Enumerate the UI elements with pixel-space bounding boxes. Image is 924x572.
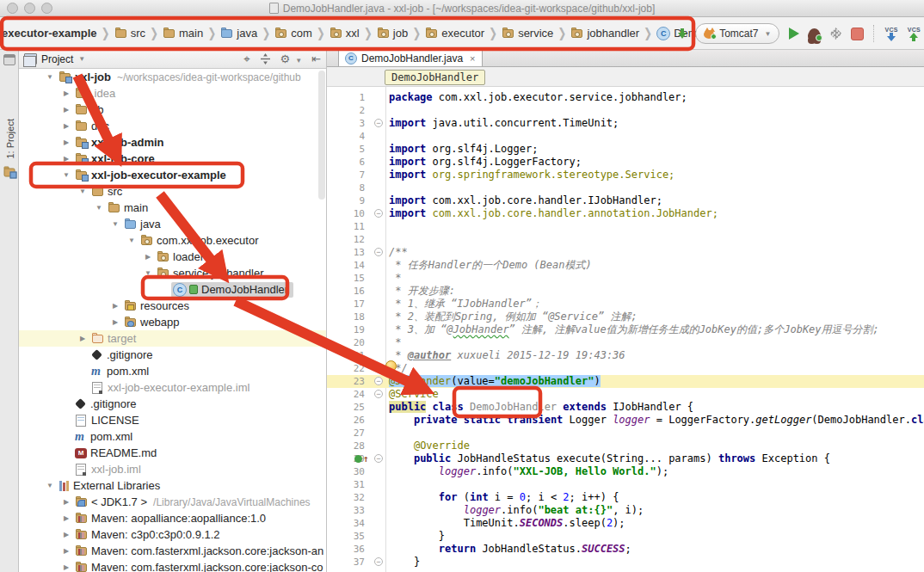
code-line-34[interactable]: 34 TimeUnit.SECONDS.sleep(2);: [327, 517, 924, 530]
code-line-13[interactable]: 13−/**: [327, 246, 924, 259]
code-line-37[interactable]: 37− }: [327, 556, 924, 569]
tree-toggle-icon[interactable]: ▶: [108, 302, 122, 310]
code-line-29[interactable]: 29↑− public JobHandleStatus execute(Stri…: [327, 452, 924, 465]
tree-toggle-icon[interactable]: ▶: [76, 335, 89, 342]
code-line-14[interactable]: 14 * 任务Handler的一个Demo (Bean模式): [327, 259, 924, 272]
tree-toggle-icon[interactable]: ▶: [108, 318, 122, 326]
green-down-arrow-icon[interactable]: [677, 28, 687, 40]
code-line-30[interactable]: 30 logger.info("XXL-JOB, Hello World.");: [327, 465, 924, 478]
overriding-method-icon[interactable]: ↑: [354, 453, 370, 464]
code-line-9[interactable]: 9import com.xxl.job.core.handler.IJobHan…: [327, 194, 924, 207]
code-editor[interactable]: 1package com.xxl.job.executor.service.jo…: [327, 87, 924, 572]
tree-toggle-icon[interactable]: ▼: [43, 482, 57, 489]
breadcrumb-item[interactable]: main: [163, 27, 203, 40]
tree-item-target[interactable]: ▶target: [19, 330, 326, 347]
tree-item-com-xxl-job-executor[interactable]: ▼com.xxl.job.executor: [19, 232, 326, 249]
debug-button[interactable]: [809, 28, 820, 40]
tree-item-license[interactable]: LICENSE: [19, 412, 326, 428]
breadcrumb-item[interactable]: service: [502, 27, 553, 40]
code-line-12[interactable]: 12: [327, 233, 924, 246]
tree-toggle-icon[interactable]: ▶: [59, 498, 73, 506]
tree-item-xxl-job-admin[interactable]: ▶xxl-job-admin: [19, 134, 326, 151]
tree-item-xxl-job-executor-example[interactable]: ▼xxl-job-executor-example: [19, 167, 326, 183]
tree-toggle-icon[interactable]: ▶: [59, 531, 73, 538]
tree-item-loader[interactable]: ▶loader: [19, 249, 326, 265]
tree-item-main[interactable]: ▼main: [19, 200, 326, 216]
tree-toggle-icon[interactable]: ▼: [59, 171, 73, 179]
code-line-16[interactable]: 16 * 开发步骤:: [327, 285, 924, 298]
tree-item--gitignore[interactable]: .gitignore: [19, 347, 326, 363]
tree-item-db[interactable]: ▶db: [19, 101, 326, 118]
code-line-24[interactable]: 24−@Service: [327, 388, 924, 401]
tree-toggle-icon[interactable]: ▼: [108, 220, 122, 228]
run-configuration-select[interactable]: Tomcat7 ▼: [695, 23, 779, 44]
code-line-23[interactable]: 23−@JobHander(value="demoJobHandler"): [327, 375, 924, 388]
collapse-all-button[interactable]: [260, 53, 271, 65]
tree-item-pom-xml[interactable]: mpom.xml: [19, 428, 326, 445]
settings-gear-button[interactable]: ⚙▼: [280, 53, 303, 65]
code-line-25[interactable]: 25public class DemoJobHandler extends IJ…: [327, 401, 924, 414]
project-tool-button[interactable]: 1: Project: [4, 96, 15, 179]
tree-item-service-jobhandler[interactable]: ▼service.jobhandler: [19, 265, 326, 281]
tree-toggle-icon[interactable]: ▶: [59, 547, 73, 555]
code-line-18[interactable]: 18 * 2、装配到Spring, 例如加 “@Service” 注解;: [327, 311, 924, 323]
run-button[interactable]: [789, 28, 799, 40]
code-line-6[interactable]: 6import org.slf4j.LoggerFactory;: [327, 156, 924, 169]
code-line-28[interactable]: 28 @Override: [327, 440, 924, 452]
code-line-31[interactable]: 31: [327, 478, 924, 491]
chevron-down-icon[interactable]: ▼: [78, 55, 85, 63]
close-tab-icon[interactable]: ×: [470, 53, 475, 64]
fold-marker-icon[interactable]: −: [374, 557, 383, 566]
code-line-26[interactable]: 26 private static transient Logger logge…: [327, 414, 924, 427]
code-line-17[interactable]: 17 * 1、继承 “IJobHandler”；: [327, 298, 924, 311]
code-line-35[interactable]: 35 }: [327, 530, 924, 543]
tree-item-external-libraries[interactable]: ▼External Libraries: [19, 477, 326, 494]
tree-toggle-icon[interactable]: ▶: [59, 106, 73, 114]
code-line-21[interactable]: 21 * @author xuxueli 2015-12-19 19:43:36: [327, 349, 924, 362]
tree-item-maven-com-fasterxml-jackson-core-jackson-an[interactable]: ▶Maven: com.fasterxml.jackson.core:jacks…: [19, 543, 326, 559]
tab-demojobhandler[interactable]: C DemoJobHandler.java ×: [338, 49, 483, 66]
tree-item-readme-md[interactable]: MREADME.md: [19, 445, 326, 461]
breadcrumb-item[interactable]: com: [274, 27, 312, 40]
class-breadcrumb-chip[interactable]: DemoJobHandler: [385, 70, 485, 85]
tree-item-xxl-job[interactable]: ▼xxl-job~/workspaces/idea-git-workspace/…: [19, 69, 326, 85]
code-line-1[interactable]: 1package com.xxl.job.executor.service.jo…: [327, 91, 924, 104]
tree-item-maven-c3p0-c3p0-0-9-1-2[interactable]: ▶Maven: c3p0:c3p0:0.9.1.2: [19, 526, 326, 543]
tree-toggle-icon[interactable]: ▶: [59, 138, 73, 146]
tree-toggle-icon[interactable]: ▶: [141, 253, 155, 261]
fold-marker-icon[interactable]: −: [374, 454, 383, 463]
code-line-36[interactable]: 36 return JobHandleStatus.SUCCESS;: [327, 543, 924, 556]
fold-marker-icon[interactable]: −: [374, 119, 383, 127]
tree-item--gitignore[interactable]: .gitignore: [19, 396, 326, 412]
tree-toggle-icon[interactable]: ▶: [59, 155, 73, 163]
fold-marker-icon[interactable]: −: [374, 209, 383, 218]
code-line-7[interactable]: 7import org.springframework.stereotype.S…: [327, 169, 924, 181]
tree-scrollbar[interactable]: [318, 71, 325, 200]
tree-toggle-icon[interactable]: ▶: [59, 89, 73, 97]
tree-item--idea[interactable]: ▶.idea: [19, 85, 326, 101]
code-line-32[interactable]: 32 for (int i = 0; i < 2; i++) {: [327, 491, 924, 504]
run-with-coverage-button[interactable]: [829, 28, 841, 40]
fold-marker-icon[interactable]: −: [374, 377, 383, 385]
code-line-5[interactable]: 5import org.slf4j.Logger;: [327, 143, 924, 156]
code-line-15[interactable]: 15 *: [327, 272, 924, 285]
tree-toggle-icon[interactable]: ▶: [59, 514, 73, 522]
code-line-8[interactable]: 8: [327, 181, 924, 194]
tree-item-doc[interactable]: ▶doc: [19, 118, 326, 134]
tree-item-xxl-job-executor-example-iml[interactable]: xxl-job-executor-example.iml: [19, 379, 326, 396]
tree-item-java[interactable]: ▼java: [19, 216, 326, 232]
breadcrumb-item[interactable]: executor-example: [2, 27, 97, 40]
code-line-3[interactable]: 3−import java.util.concurrent.TimeUnit;: [327, 117, 924, 130]
tree-item-maven-com-fasterxml-jackson-core-jackson-co[interactable]: ▶Maven: com.fasterxml.jackson.core:jacks…: [19, 559, 326, 572]
tree-item--jdk1-7-[interactable]: ▶< JDK1.7 >/Library/Java/JavaVirtualMach…: [19, 494, 326, 510]
tree-toggle-icon[interactable]: ▼: [43, 73, 57, 81]
fold-marker-icon[interactable]: −: [374, 390, 383, 398]
breadcrumb-item[interactable]: xxl: [330, 27, 360, 40]
stop-button[interactable]: [851, 28, 864, 40]
breadcrumb-item[interactable]: java: [220, 27, 257, 40]
tree-toggle-icon[interactable]: ▼: [141, 269, 155, 277]
breadcrumb-item[interactable]: job: [377, 27, 408, 40]
tree-item-demojobhandler[interactable]: CDemoJobHandler: [19, 281, 326, 298]
tree-item-src[interactable]: ▼src: [19, 183, 326, 200]
tree-item-webapp[interactable]: ▶webapp: [19, 314, 326, 330]
